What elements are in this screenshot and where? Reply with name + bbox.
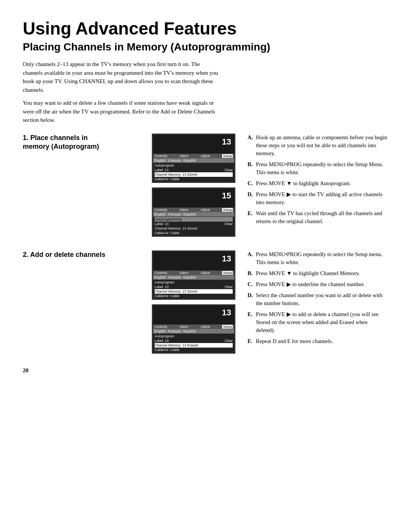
instruction-item: D.Press MOVE ▶ to start the TV adding al… (248, 190, 387, 206)
tv-menu-tab: Setup (222, 154, 233, 158)
instruction-text: Repeat D and E for more channels. (256, 337, 387, 345)
tv-lang-option: English (155, 212, 166, 216)
instructions-col-2: A.Press MENU•PROG repeatedly to select t… (248, 250, 387, 348)
instruction-label: C. (248, 179, 254, 187)
tv-menu-tab: Controls (155, 325, 167, 329)
tv-menu-row: Autoprogram (155, 334, 233, 338)
instruction-label: B. (248, 269, 254, 277)
instruction-item: B.Press MENU•PROG repeatedly to select t… (248, 161, 387, 176)
instruction-label: D. (248, 190, 254, 206)
instruction-item: E.Press MOVE ▶ to add or delete a channe… (248, 310, 387, 334)
tv-screen-1-1: 13ControlsAlarmAdjustSetupEnglishFrançai… (152, 134, 235, 183)
tv-menu-tab: Alarm (180, 208, 189, 212)
tv-lang-option: Español (183, 275, 196, 279)
instruction-text: Press MOVE ▶ to add or delete a channel … (256, 310, 387, 334)
tv-menu-tab: Controls (155, 208, 167, 212)
tv-lang-option: English (155, 329, 166, 333)
tv-menu-row: Cable/Air: Cable (155, 294, 233, 298)
tv-menu-row: Label: 13Clear (155, 285, 233, 289)
instructions-col-1: A.Hook up an antenna, cable or component… (248, 134, 387, 228)
tv-menu-tab: Setup (222, 325, 233, 329)
tv-menu-tab: Alarm (180, 325, 189, 329)
tv-lang-option: English (155, 275, 166, 279)
intro-paragraph-2: You may want to add or delete a few chan… (23, 99, 220, 124)
instruction-item: D.Select the channel number you want to … (248, 291, 387, 307)
instruction-text: Hook up an antenna, cable or components … (256, 134, 387, 157)
instruction-label: A. (248, 134, 254, 157)
tv-menu-row: Label: 13Clear (155, 168, 233, 172)
instruction-item: A.Press MENU•PROG repeatedly to select t… (248, 250, 387, 266)
step-label-2: 2. Add or delete channels (23, 250, 152, 259)
instruction-text: Press MOVE ▼ to highlight Channel Memory… (256, 269, 387, 277)
tv-lang-option: Español (183, 329, 196, 333)
tv-menu-tab: Adjust (200, 154, 210, 158)
instruction-item: E.Wait until the TV has cycled through a… (248, 209, 387, 225)
section-title: Placing Channels in Memory (Autoprogramm… (23, 41, 387, 53)
tv-menu-row: Cable/Air: Cable (155, 231, 233, 235)
instruction-label: B. (248, 161, 254, 176)
tv-menu-row: Channel Memory: 13 Stored (155, 226, 233, 231)
tv-menu-tab: Adjust (200, 271, 210, 275)
step-block-1: 1. Place channels in memory (Autoprogram… (23, 134, 387, 237)
tv-lang-option: English (155, 159, 166, 162)
tv-menu-row: Autoprogram (155, 163, 233, 168)
instruction-label: E. (248, 310, 254, 334)
tv-channel-number: 13 (222, 308, 231, 318)
instruction-text: Wait until the TV has cycled through all… (256, 209, 387, 225)
page-title: Using Advanced Features (23, 18, 387, 39)
tv-menu-row: Label: 13Clear (155, 338, 233, 343)
step-block-2: 2. Add or delete channels13ControlsAlarm… (23, 250, 387, 354)
page-number: 20 (23, 367, 387, 374)
instruction-label: C. (248, 280, 254, 288)
tv-menu-tab: Adjust (200, 325, 210, 329)
instruction-item: C.Press MOVE ▶ to underline the channel … (248, 280, 387, 288)
tv-menu-tab: Controls (155, 271, 167, 275)
content-area: 1. Place channels in memory (Autoprogram… (23, 134, 387, 354)
tv-menu-tab: Alarm (180, 271, 189, 275)
instruction-text: Press MOVE ▶ to start the TV adding all … (256, 190, 387, 206)
instruction-item: F.Repeat D and E for more channels. (248, 337, 387, 345)
step-left-2: 2. Add or delete channels (23, 250, 152, 264)
tv-menu-row: Cable/Air: Cable (155, 177, 233, 181)
instruction-text: Press MOVE ▶ to underline the channel nu… (256, 280, 387, 288)
tv-menu-row: Channel Memory: 13 Stored (155, 289, 233, 294)
instruction-text: Press MOVE ▼ to highlight Autoprogram. (256, 179, 387, 187)
tv-lang-option: Français (168, 329, 181, 333)
tv-lang-option: Español (183, 159, 196, 162)
instruction-label: D. (248, 291, 254, 307)
step-left-1: 1. Place channels in memory (Autoprogram… (23, 134, 152, 156)
step-label-1: 1. Place channels in memory (Autoprogram… (23, 134, 152, 151)
instruction-text: Select the channel number you want to ad… (256, 291, 387, 307)
instruction-text: Press MENU•PROG repeatedly to select the… (256, 161, 387, 176)
tv-lang-option: Français (168, 212, 181, 216)
tv-screen-1-2: 15ControlsAlarmAdjustSetupEnglishFrançai… (152, 187, 235, 237)
tv-menu-tab: Adjust (200, 208, 210, 212)
instruction-item: B.Press MOVE ▼ to highlight Channel Memo… (248, 269, 387, 277)
instruction-label: A. (248, 250, 254, 266)
instruction-label: F. (248, 337, 254, 345)
screens-col-2: 13ControlsAlarmAdjustSetupEnglishFrançai… (152, 250, 235, 354)
instruction-text: Press MENU•PROG repeatedly to select the… (256, 250, 387, 266)
tv-menu-tab: Controls (155, 154, 167, 158)
screens-col-1: 13ControlsAlarmAdjustSetupEnglishFrançai… (152, 134, 235, 237)
tv-menu-row: Autoprogramming (155, 217, 233, 222)
tv-channel-number: 15 (222, 191, 231, 201)
instruction-item: C.Press MOVE ▼ to highlight Autoprogram. (248, 179, 387, 187)
tv-channel-number: 13 (222, 254, 231, 264)
tv-menu-tab: Setup (222, 208, 233, 212)
tv-lang-option: Français (168, 275, 181, 279)
tv-lang-option: Español (183, 212, 196, 216)
tv-menu-row: Channel Memory: 13 Erased (155, 343, 233, 348)
tv-menu-row: Channel Memory: 13 Stored (155, 172, 233, 177)
instruction-item: A.Hook up an antenna, cable or component… (248, 134, 387, 157)
tv-menu-tab: Setup (222, 271, 233, 275)
tv-menu-tab: Alarm (180, 154, 189, 158)
intro-paragraph-1: Only channels 2–13 appear in the TV's me… (23, 60, 220, 94)
tv-menu-row: Cable/Air: Cable (155, 348, 233, 352)
tv-screen-2-1: 13ControlsAlarmAdjustSetupEnglishFrançai… (152, 250, 235, 300)
tv-lang-option: Français (168, 159, 181, 162)
tv-menu-row: Autoprogram (155, 280, 233, 285)
tv-channel-number: 13 (222, 137, 231, 147)
instruction-label: E. (248, 209, 254, 225)
tv-menu-row: Label: 13Clear (155, 222, 233, 226)
